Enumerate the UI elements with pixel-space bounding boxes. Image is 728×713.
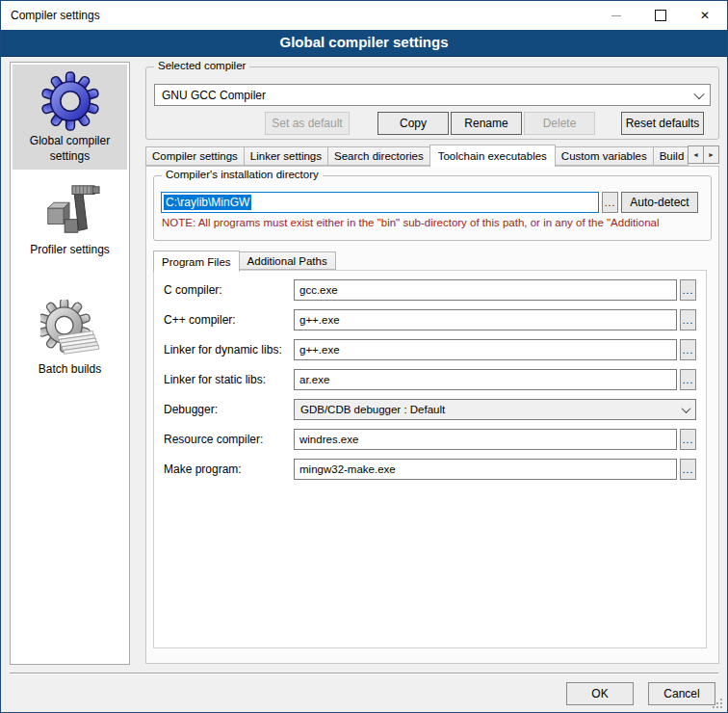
- tab-build-options[interactable]: Build options: [653, 146, 689, 166]
- arrow-right-icon: ►: [708, 151, 715, 158]
- field-row-linker-static: Linker for static libs: ...: [164, 369, 696, 390]
- sidebar-item-global-compiler-settings[interactable]: Global compiler settings: [13, 65, 127, 170]
- selected-compiler-group: Selected compiler GNU GCC Compiler Set a…: [145, 66, 719, 140]
- selected-compiler-group-label: Selected compiler: [154, 60, 249, 71]
- cancel-button[interactable]: Cancel: [648, 682, 715, 705]
- set-as-default-button[interactable]: Set as default: [265, 112, 350, 135]
- tab-toolchain-executables[interactable]: Toolchain executables: [429, 145, 556, 167]
- tab-search-directories[interactable]: Search directories: [327, 146, 430, 166]
- tab-scroll-left-button[interactable]: ◄: [688, 145, 704, 164]
- window-title: Compiler settings: [11, 9, 100, 22]
- c-compiler-input[interactable]: [294, 279, 677, 301]
- footer-divider: [10, 673, 718, 674]
- close-button[interactable]: ✕: [683, 1, 727, 30]
- debugger-select-value: GDB/CDB debugger : Default: [300, 404, 445, 415]
- sidebar-item-profiler-settings[interactable]: Profiler settings: [13, 173, 127, 264]
- title-bar[interactable]: Compiler settings ✕: [1, 1, 727, 30]
- minimize-icon: [611, 15, 621, 16]
- subtab-additional-paths[interactable]: Additional Paths: [239, 251, 336, 270]
- resource-compiler-browse-button[interactable]: ...: [680, 429, 696, 450]
- chevron-down-icon: [682, 404, 691, 413]
- cpp-compiler-browse-button[interactable]: ...: [680, 309, 696, 330]
- make-program-label: Make program:: [164, 462, 294, 476]
- compiler-select-value: GNU GCC Compiler: [162, 89, 266, 102]
- field-row-c-compiler: C compiler: ...: [164, 279, 696, 301]
- field-row-cpp-compiler: C++ compiler: ...: [164, 309, 696, 330]
- c-compiler-browse-button[interactable]: ...: [680, 279, 696, 301]
- linker-dynamic-browse-button[interactable]: ...: [680, 339, 696, 360]
- installation-directory-group-label: Compiler's installation directory: [162, 169, 323, 180]
- gray-gear-stack-icon: [40, 300, 100, 359]
- make-program-input[interactable]: [294, 459, 677, 480]
- linker-static-input[interactable]: [294, 369, 677, 390]
- tab-custom-variables[interactable]: Custom variables: [555, 146, 654, 166]
- linker-dynamic-input[interactable]: [294, 339, 677, 360]
- auto-detect-button[interactable]: Auto-detect: [621, 192, 698, 213]
- settings-tab-strip: Compiler settings Linker settings Search…: [145, 145, 719, 166]
- compiler-settings-window: { "window": { "title": "Compiler setting…: [0, 0, 728, 713]
- compiler-actions: Set as default Copy Rename Delete Reset …: [154, 112, 704, 135]
- tab-scroll-right-button[interactable]: ►: [703, 145, 719, 164]
- install-dir-note: NOTE: All programs must exist either in …: [162, 217, 709, 228]
- make-program-browse-button[interactable]: ...: [680, 459, 696, 480]
- installation-directory-group: Compiler's installation directory C:\ray…: [153, 175, 712, 241]
- caliper-icon: [40, 180, 100, 240]
- maximize-icon: [655, 10, 666, 21]
- main-content: Selected compiler GNU GCC Compiler Set a…: [145, 62, 719, 666]
- subtab-program-files[interactable]: Program Files: [153, 251, 240, 272]
- debugger-label: Debugger:: [164, 403, 294, 416]
- window-controls: ✕: [594, 1, 727, 30]
- copy-button[interactable]: Copy: [377, 112, 449, 135]
- field-row-resource-compiler: Resource compiler: ...: [164, 429, 696, 450]
- compiler-select[interactable]: GNU GCC Compiler: [154, 84, 711, 106]
- ok-button[interactable]: OK: [566, 682, 634, 705]
- chevron-down-icon: [693, 88, 704, 98]
- delete-button[interactable]: Delete: [524, 112, 595, 135]
- tab-scrollers: ◄ ►: [689, 145, 719, 164]
- linker-dynamic-label: Linker for dynamic libs:: [164, 343, 294, 356]
- sidebar-item-label: Batch builds: [39, 362, 101, 378]
- tab-compiler-settings[interactable]: Compiler settings: [145, 146, 245, 166]
- install-dir-browse-button[interactable]: ...: [602, 192, 618, 213]
- settings-category-sidebar: Global compiler settings Profiler settin…: [10, 62, 130, 665]
- rename-button[interactable]: Rename: [451, 112, 522, 135]
- sidebar-item-label: Global compiler settings: [14, 134, 125, 164]
- resize-grip[interactable]: [713, 706, 715, 708]
- reset-defaults-button[interactable]: Reset defaults: [621, 112, 704, 135]
- tab-linker-settings[interactable]: Linker settings: [244, 146, 328, 166]
- program-files-tab-strip: Program Files Additional Paths: [153, 251, 335, 270]
- install-dir-selected-text: C:\raylib\MinGW: [164, 195, 251, 210]
- program-files-page: C compiler: ... C++ compiler: ... Linker…: [153, 270, 707, 648]
- linker-static-browse-button[interactable]: ...: [680, 369, 696, 390]
- debugger-select[interactable]: GDB/CDB debugger : Default: [294, 399, 696, 420]
- sidebar-item-label: Profiler settings: [30, 243, 110, 258]
- arrow-left-icon: ◄: [692, 151, 699, 158]
- blue-gear-icon: [40, 71, 100, 131]
- maximize-button[interactable]: [638, 1, 683, 30]
- install-dir-input[interactable]: C:\raylib\MinGW: [161, 192, 599, 213]
- resource-compiler-label: Resource compiler:: [164, 433, 294, 446]
- c-compiler-label: C compiler:: [164, 283, 294, 297]
- sidebar-item-batch-builds[interactable]: Batch builds: [13, 293, 127, 383]
- field-row-debugger: Debugger: GDB/CDB debugger : Default: [164, 399, 696, 420]
- field-row-linker-dynamic: Linker for dynamic libs: ...: [164, 339, 696, 360]
- cpp-compiler-input[interactable]: [294, 309, 677, 330]
- field-row-make-program: Make program: ...: [164, 459, 696, 480]
- linker-static-label: Linker for static libs:: [164, 373, 294, 386]
- page-title: Global compiler settings: [1, 30, 727, 57]
- minimize-button[interactable]: [594, 1, 638, 30]
- toolchain-executables-page: Compiler's installation directory C:\ray…: [145, 166, 719, 664]
- close-icon: ✕: [700, 10, 710, 21]
- resource-compiler-input[interactable]: [294, 429, 677, 450]
- cpp-compiler-label: C++ compiler:: [164, 313, 294, 327]
